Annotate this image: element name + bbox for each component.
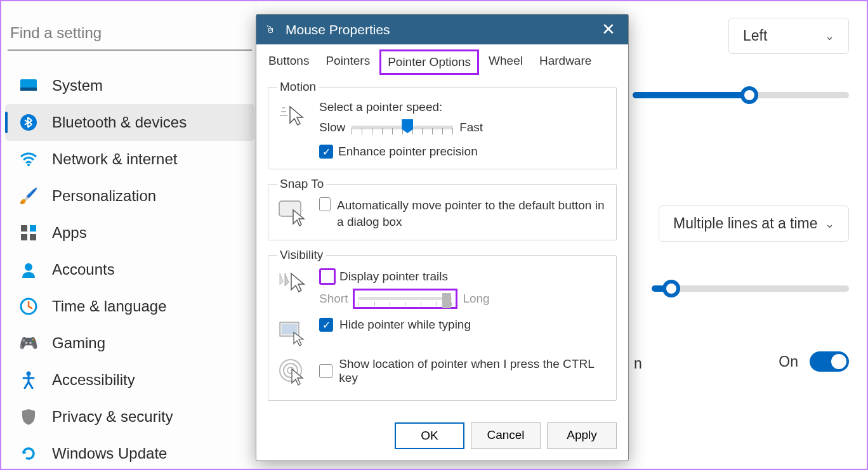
settings-sidebar: System Bluetooth & devices Network & int… <box>1 1 258 469</box>
accessibility-icon <box>19 370 38 389</box>
clock-icon <box>19 297 38 316</box>
nav-bluetooth-devices[interactable]: Bluetooth & devices <box>5 104 254 141</box>
enhance-precision-checkbox[interactable]: ✓ <box>319 145 333 159</box>
short-label: Short <box>319 292 348 306</box>
display-trails-checkbox[interactable] <box>319 268 336 285</box>
nav-label: Privacy & security <box>52 408 173 426</box>
tab-hardware[interactable]: Hardware <box>532 49 598 75</box>
bluetooth-icon <box>19 113 38 132</box>
fast-label: Fast <box>459 121 483 134</box>
nav-accounts[interactable]: Accounts <box>5 251 254 288</box>
shield-icon <box>19 407 38 426</box>
ok-button[interactable]: OK <box>395 422 464 449</box>
nav-network[interactable]: Network & internet <box>5 141 254 178</box>
lines-to-scroll-slider[interactable] <box>652 285 849 292</box>
primary-button-dropdown[interactable]: Left ⌄ <box>728 18 849 54</box>
ctrl-locate-label: Show location of pointer when I press th… <box>339 357 607 385</box>
svg-point-3 <box>27 164 30 166</box>
nav-accessibility[interactable]: Accessibility <box>5 362 254 398</box>
nav-gaming[interactable]: 🎮 Gaming <box>5 325 254 362</box>
pointer-speed-label: Select a pointer speed: <box>319 100 607 114</box>
system-icon <box>19 76 38 95</box>
apps-icon <box>19 223 38 242</box>
hide-typing-icon <box>277 318 308 348</box>
hide-typing-label: Hide pointer while typing <box>339 318 471 332</box>
pointer-speed-slider[interactable] <box>352 126 453 129</box>
tab-pointers[interactable]: Pointers <box>319 49 377 75</box>
long-label: Long <box>463 292 489 306</box>
dialog-tabs: Buttons Pointers Pointer Options Wheel H… <box>256 44 628 75</box>
nav-label: Bluetooth & devices <box>52 114 187 131</box>
cursor-motion-icon <box>277 100 308 131</box>
slow-label: Slow <box>319 121 345 134</box>
nav-label: Apps <box>52 224 87 242</box>
nav-personalization[interactable]: 🖌️ Personalization <box>5 178 254 214</box>
toggle-label: On <box>779 353 798 370</box>
wifi-icon <box>19 150 38 169</box>
nav-label: Accounts <box>52 261 115 278</box>
visibility-group: Visibility Display pointer trails Short <box>268 248 617 401</box>
display-trails-label: Display pointer trails <box>339 270 448 284</box>
accounts-icon <box>19 260 38 279</box>
snapto-icon <box>277 197 308 228</box>
tab-pointer-options[interactable]: Pointer Options <box>379 49 479 75</box>
nav-system[interactable]: System <box>5 67 254 104</box>
update-icon <box>19 444 38 463</box>
cancel-button[interactable]: Cancel <box>471 422 541 449</box>
apply-button[interactable]: Apply <box>547 422 617 449</box>
svg-rect-5 <box>30 225 36 232</box>
svg-point-8 <box>25 263 32 271</box>
ctrl-locate-checkbox[interactable] <box>319 364 332 378</box>
nav-label: Accessibility <box>52 371 135 389</box>
paintbrush-icon: 🖌️ <box>19 186 38 206</box>
search-input[interactable] <box>8 19 252 51</box>
motion-group: Motion Select a pointer speed: Slow Fast <box>268 80 617 169</box>
chevron-down-icon: ⌄ <box>825 217 834 231</box>
trail-length-slider[interactable] <box>353 289 457 309</box>
hide-while-typing-checkbox[interactable]: ✓ <box>319 318 333 332</box>
scroll-mode-dropdown[interactable]: Multiple lines at a time ⌄ <box>659 206 849 242</box>
nav-privacy-security[interactable]: Privacy & security <box>5 398 254 435</box>
chevron-down-icon: ⌄ <box>825 29 834 43</box>
dialog-title: Mouse Properties <box>286 22 390 37</box>
cursor-speed-slider[interactable] <box>633 92 849 98</box>
nav-label: Gaming <box>52 334 105 352</box>
nav-label: System <box>52 77 103 95</box>
nav-label: Windows Update <box>52 445 167 462</box>
dialog-titlebar[interactable]: 🖱 Mouse Properties ✕ <box>256 15 628 44</box>
mouse-properties-dialog: 🖱 Mouse Properties ✕ Buttons Pointers Po… <box>256 14 629 461</box>
scroll-inactive-toggle[interactable] <box>810 351 849 372</box>
nav-time-language[interactable]: Time & language <box>5 288 254 325</box>
svg-rect-6 <box>21 234 27 240</box>
gaming-icon: 🎮 <box>19 334 38 353</box>
svg-point-10 <box>27 372 31 376</box>
close-button[interactable]: ✕ <box>598 20 619 39</box>
svg-rect-1 <box>20 88 37 91</box>
tab-buttons[interactable]: Buttons <box>261 49 316 75</box>
enhance-precision-label: Enhance pointer precision <box>338 145 478 159</box>
pointer-trails-icon <box>277 268 308 299</box>
nav-apps[interactable]: Apps <box>5 214 254 251</box>
snapto-group: Snap To Automatically move pointer to th… <box>268 177 617 240</box>
snapto-checkbox[interactable] <box>319 197 331 211</box>
dropdown-value: Multiple lines at a time <box>673 215 818 232</box>
dropdown-value: Left <box>743 27 767 44</box>
tab-wheel[interactable]: Wheel <box>482 49 530 75</box>
nav-label: Network & internet <box>52 150 177 168</box>
nav-windows-update[interactable]: Windows Update <box>5 435 254 470</box>
nav-label: Time & language <box>52 297 167 315</box>
snapto-label: Automatically move pointer to the defaul… <box>337 197 607 230</box>
svg-rect-4 <box>21 225 27 232</box>
mouse-icon: 🖱 <box>265 24 279 36</box>
svg-rect-7 <box>30 234 36 240</box>
nav-label: Personalization <box>52 187 156 205</box>
ctrl-locate-icon <box>277 357 308 388</box>
